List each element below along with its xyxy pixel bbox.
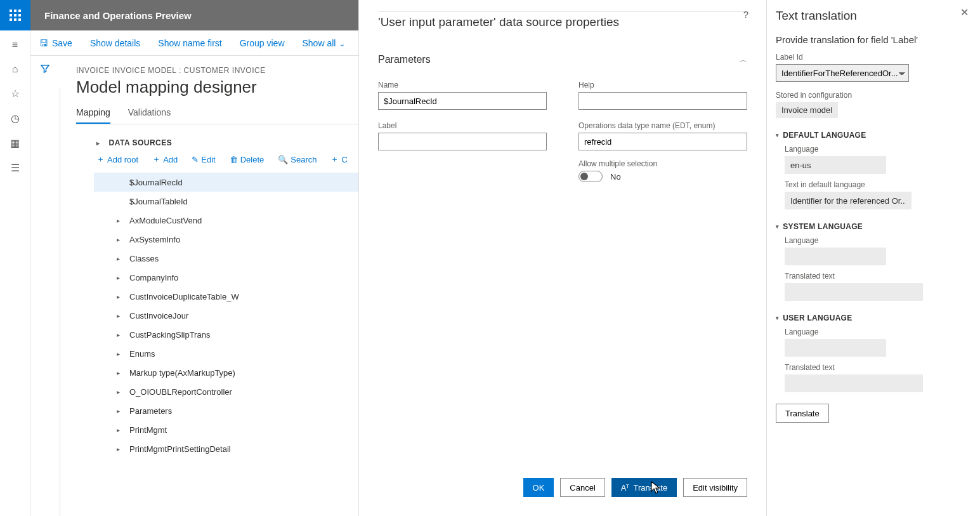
- datasources-title: DATA SOURCES: [109, 138, 173, 147]
- extra-label: C: [341, 155, 347, 164]
- tree-item-label: Enums: [129, 349, 155, 359]
- help-icon[interactable]: ?: [743, 9, 748, 20]
- tab-mapping[interactable]: Mapping: [76, 107, 110, 124]
- show-name-first-label: Show name first: [158, 38, 221, 48]
- search-button[interactable]: 🔍Search: [278, 154, 317, 165]
- close-icon[interactable]: ✕: [960, 6, 969, 18]
- default-lang-label: Language: [785, 145, 967, 154]
- system-text-label: Translated text: [785, 272, 967, 281]
- modules-icon[interactable]: ☰: [11, 162, 20, 174]
- hamburger-icon[interactable]: ≡: [12, 39, 18, 51]
- properties-panel: ? 'User input parameter' data source pro…: [358, 0, 766, 516]
- edit-button[interactable]: ✎Edit: [192, 154, 215, 165]
- tree-item-label: AxSystemInfo: [129, 235, 180, 244]
- allowmulti-label: Allow multiple selection: [578, 159, 747, 168]
- pencil-icon: ✎: [192, 155, 199, 164]
- user-text-value: [785, 374, 923, 392]
- labelid-select[interactable]: IdentifierForTheReferencedOr...: [776, 64, 909, 82]
- filter-button[interactable]: [30, 56, 60, 81]
- group-default-header[interactable]: DEFAULT LANGUAGE: [776, 131, 967, 140]
- save-button[interactable]: 🖫 Save: [39, 38, 72, 48]
- translation-panel: ✕ Text translation Provide translation f…: [766, 0, 980, 516]
- trash-icon: 🗑: [230, 155, 238, 164]
- group-system-title: SYSTEM LANGUAGE: [783, 222, 863, 231]
- name-input[interactable]: [378, 92, 547, 110]
- favorite-icon[interactable]: ☆: [11, 88, 20, 100]
- default-lang-value: [785, 156, 886, 174]
- default-text-value: [785, 192, 911, 209]
- translate-icon: Aᵀ: [621, 483, 630, 493]
- add-button[interactable]: ＋Add: [152, 154, 178, 165]
- help-label: Help: [578, 81, 747, 89]
- edit-label: Edit: [201, 155, 215, 164]
- chevron-right-icon: [117, 312, 123, 319]
- plus-icon: ＋: [330, 154, 339, 165]
- label-input[interactable]: [378, 133, 547, 150]
- panel-translate-button[interactable]: Translate: [776, 404, 829, 423]
- app-launcher-button[interactable]: [0, 0, 30, 30]
- show-all-button[interactable]: Show all: [303, 38, 346, 48]
- recent-icon[interactable]: ◷: [11, 112, 20, 124]
- add-root-label: Add root: [107, 155, 138, 164]
- tree-item-label: PrintMgmt: [129, 425, 167, 435]
- search-label: Search: [291, 155, 317, 164]
- chevron-right-icon: [117, 388, 123, 395]
- group-default-title: DEFAULT LANGUAGE: [783, 131, 866, 140]
- waffle-icon: [10, 10, 21, 21]
- home-icon[interactable]: ⌂: [12, 63, 18, 75]
- plus-icon: ＋: [152, 154, 160, 165]
- tab-validations[interactable]: Validations: [128, 107, 171, 124]
- help-input[interactable]: [578, 92, 747, 110]
- parameters-section-header[interactable]: Parameters ︿: [378, 54, 747, 65]
- tree-item-label: $JournalTableId: [129, 197, 188, 206]
- chevron-right-icon: [96, 138, 103, 147]
- system-lang-value: [785, 248, 886, 265]
- save-icon: 🖫: [39, 38, 48, 48]
- tree-item-label: O_OIOUBLReportController: [129, 387, 232, 397]
- search-icon: 🔍: [278, 155, 288, 164]
- group-view-button[interactable]: Group view: [240, 38, 285, 48]
- add-root-button[interactable]: ＋Add root: [96, 154, 138, 165]
- chevron-right-icon: [117, 369, 123, 376]
- name-label: Name: [378, 81, 547, 89]
- chevron-right-icon: [117, 331, 123, 338]
- plus-icon: ＋: [96, 154, 105, 165]
- show-details-button[interactable]: Show details: [90, 38, 140, 48]
- add-label: Add: [163, 155, 178, 164]
- tree-item-label: CompanyInfo: [129, 273, 178, 282]
- workspace-icon[interactable]: ▦: [10, 137, 20, 149]
- allowmulti-toggle[interactable]: [578, 171, 603, 182]
- translate-label: Translate: [633, 483, 667, 493]
- chevron-right-icon: [117, 350, 123, 357]
- chevron-right-icon: [117, 217, 123, 224]
- show-all-label: Show all: [303, 38, 336, 48]
- extra-button[interactable]: ＋C: [330, 154, 347, 165]
- tree-item-label: CustPackingSlipTrans: [129, 330, 210, 340]
- storedin-label: Stored in configuration: [776, 91, 967, 100]
- user-lang-value: [785, 339, 886, 357]
- labelid-label: Label Id: [776, 53, 967, 62]
- edt-label: Operations data type name (EDT, enum): [578, 121, 747, 130]
- parameters-section-title: Parameters: [378, 54, 431, 65]
- tree-item-label: Classes: [129, 254, 159, 263]
- tree-item-label: Markup type(AxMarkupType): [129, 368, 235, 378]
- translate-button[interactable]: Aᵀ Translate: [611, 478, 677, 497]
- tree-item-label: Parameters: [129, 406, 172, 416]
- system-lang-label: Language: [785, 236, 967, 245]
- properties-footer: OK Cancel Aᵀ Translate Edit visibility: [523, 478, 747, 497]
- delete-button[interactable]: 🗑Delete: [230, 154, 265, 165]
- show-details-label: Show details: [90, 38, 140, 48]
- group-system-header[interactable]: SYSTEM LANGUAGE: [776, 222, 967, 231]
- edit-visibility-button[interactable]: Edit visibility: [683, 478, 747, 497]
- edt-select[interactable]: refrecid: [578, 133, 747, 150]
- tree-item-label: CustInvoiceDuplicateTable_W: [129, 292, 239, 301]
- cancel-button[interactable]: Cancel: [560, 478, 604, 497]
- user-text-label: Translated text: [785, 363, 967, 372]
- save-label: Save: [52, 38, 72, 48]
- show-name-first-button[interactable]: Show name first: [158, 38, 221, 48]
- group-user-header[interactable]: USER LANGUAGE: [776, 314, 967, 322]
- ok-button[interactable]: OK: [523, 478, 554, 497]
- chevron-right-icon: [117, 236, 123, 243]
- default-text-label: Text in default language: [785, 180, 967, 189]
- product-title: Finance and Operations Preview: [30, 10, 192, 21]
